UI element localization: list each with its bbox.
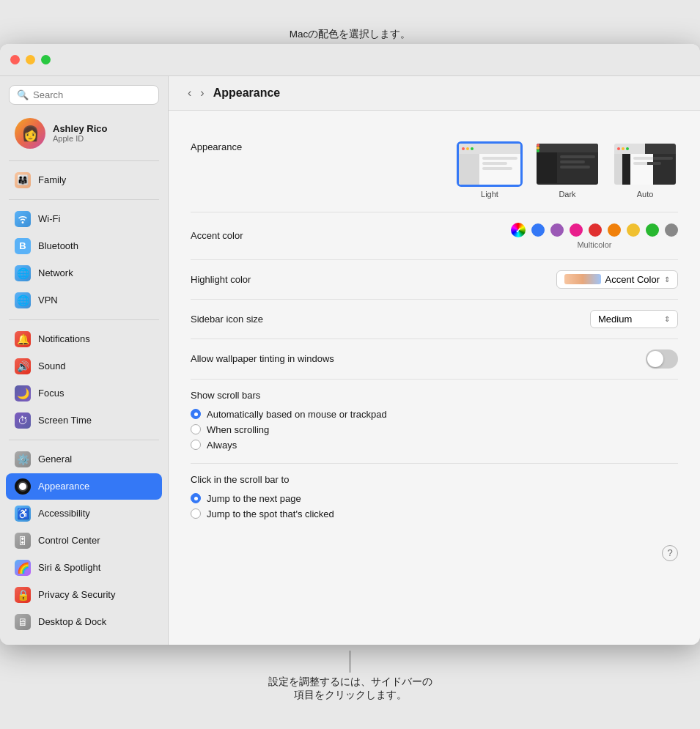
system-preferences-window: 🔍 👩 Ashley Rico Apple ID 👨‍👩‍👧 Family <box>0 44 700 645</box>
search-input[interactable] <box>33 89 151 100</box>
sidebar-label-general: General <box>38 454 72 465</box>
sidebar-item-sound[interactable]: 🔊 Sound <box>6 353 162 380</box>
forward-button[interactable]: › <box>196 85 208 101</box>
content-header: ‹ › Appearance <box>169 76 700 111</box>
sidebar-label-desktop: Desktop & Dock <box>38 616 106 627</box>
scroll-bars-section: Show scroll bars Automatically based on … <box>191 380 678 464</box>
theme-option-light[interactable]: Light <box>457 141 523 199</box>
accent-swatch-green[interactable] <box>646 223 659 237</box>
page-title: Appearance <box>213 86 281 100</box>
sidebar-item-vpn[interactable]: 🌐 VPN <box>6 287 162 314</box>
sidebar-item-notifications[interactable]: 🔔 Notifications <box>6 326 162 352</box>
accent-swatch-blue[interactable] <box>531 223 545 237</box>
sidebar-label-privacy: Privacy & Security <box>38 589 115 600</box>
close-button[interactable] <box>10 55 20 64</box>
theme-label-dark: Dark <box>559 190 575 199</box>
help-button[interactable]: ? <box>662 545 678 561</box>
sidebar-item-bluetooth[interactable]: B Bluetooth <box>6 233 162 259</box>
scroll-always-radio <box>191 440 201 450</box>
click-nextpage-label: Jump to the next page <box>207 493 301 504</box>
maximize-button[interactable] <box>41 55 51 64</box>
appearance-label: Appearance <box>191 141 242 152</box>
click-scroll-title: Click in the scroll bar to <box>191 474 678 485</box>
sidebar-item-privacy[interactable]: 🔒 Privacy & Security <box>6 582 162 608</box>
sidebar-size-dropdown-arrow: ⇕ <box>664 315 670 323</box>
accent-swatch-yellow[interactable] <box>627 223 640 237</box>
focus-icon: 🌙 <box>15 385 31 401</box>
sidebar-item-appearance[interactable]: Appearance <box>6 473 162 500</box>
sidebar-item-family[interactable]: 👨‍👩‍👧 Family <box>6 167 162 193</box>
click-scroll-radio-group: Jump to the next page Jump to the spot t… <box>191 491 678 522</box>
click-spot-radio <box>191 508 201 519</box>
highlight-color-dropdown[interactable]: Accent Color ⇕ <box>556 270 678 289</box>
sidebar-item-wifi[interactable]: Wi-Fi <box>6 206 162 232</box>
sidebar-item-accessibility[interactable]: ♿ Accessibility <box>6 500 162 527</box>
theme-thumbnail-dark <box>534 141 600 187</box>
sidebar-label-screentime: Screen Time <box>38 415 92 426</box>
sidebar-label-family: Family <box>38 174 66 185</box>
toggle-knob <box>647 351 663 367</box>
content-area: ‹ › Appearance Appearance <box>169 76 700 645</box>
click-spot-option[interactable]: Jump to the spot that's clicked <box>191 506 678 522</box>
theme-options: Light <box>457 141 678 199</box>
scroll-auto-option[interactable]: Automatically based on mouse or trackpad <box>191 407 678 422</box>
scroll-scrolling-option[interactable]: When scrolling <box>191 422 678 437</box>
scroll-auto-label: Automatically based on mouse or trackpad <box>207 409 387 420</box>
sidebar-label-bluetooth: Bluetooth <box>38 240 78 251</box>
wallpaper-tinting-toggle[interactable] <box>646 349 678 369</box>
sidebar-item-desktop[interactable]: 🖥 Desktop & Dock <box>6 609 162 635</box>
sidebar-label-siri: Siri & Spotlight <box>38 562 100 573</box>
desktop-icon: 🖥 <box>15 614 31 630</box>
highlight-preview <box>564 274 601 284</box>
user-info: Ashley Rico Apple ID <box>53 123 107 143</box>
wallpaper-tinting-row: Allow wallpaper tinting in windows <box>191 339 678 380</box>
user-profile[interactable]: 👩 Ashley Rico Apple ID <box>6 112 162 155</box>
sidebar-label-wifi: Wi-Fi <box>38 213 60 224</box>
sidebar-icon-size-value: Medium <box>598 314 632 325</box>
click-scroll-section: Click in the scroll bar to Jump to the n… <box>191 464 678 532</box>
accent-swatch-pink[interactable] <box>570 223 583 237</box>
sidebar-item-focus[interactable]: 🌙 Focus <box>6 380 162 407</box>
theme-thumbnail-light <box>457 141 523 187</box>
sidebar-icon-size-dropdown[interactable]: Medium ⇕ <box>590 310 678 328</box>
vpn-icon: 🌐 <box>15 292 31 308</box>
scroll-always-option[interactable]: Always <box>191 437 678 453</box>
highlight-color-row: Highlight color Accent Color ⇕ <box>191 260 678 300</box>
sidebar-item-controlcenter[interactable]: 🎛 Control Center <box>6 528 162 554</box>
back-button[interactable]: ‹ <box>183 85 196 101</box>
sidebar-item-network[interactable]: 🌐 Network <box>6 260 162 286</box>
sidebar-label-network: Network <box>38 267 73 278</box>
sidebar-divider-3 <box>9 319 159 320</box>
wifi-icon <box>15 211 31 227</box>
family-icon: 👨‍👩‍👧 <box>15 172 31 188</box>
user-subtitle: Apple ID <box>53 134 107 143</box>
accent-label-multicolor: Multicolor <box>577 240 611 249</box>
scroll-scrolling-label: When scrolling <box>207 424 269 435</box>
top-annotation: Macの配色を選択します。 <box>290 28 411 41</box>
sidebar-divider-4 <box>9 440 159 440</box>
sidebar-item-general[interactable]: ⚙️ General <box>6 446 162 473</box>
theme-option-auto[interactable]: Auto <box>612 141 678 199</box>
search-box[interactable]: 🔍 <box>9 85 159 105</box>
theme-option-dark[interactable]: Dark <box>534 141 600 199</box>
sidebar-item-siri[interactable]: 🌈 Siri & Spotlight <box>6 555 162 581</box>
screentime-icon: ⏱ <box>15 412 31 429</box>
accent-swatch-orange[interactable] <box>608 223 621 237</box>
sidebar-label-sound: Sound <box>38 360 66 371</box>
sidebar-divider-2 <box>9 199 159 200</box>
accent-swatch-graphite[interactable] <box>665 223 678 237</box>
sidebar-label-accessibility: Accessibility <box>38 508 90 519</box>
sidebar-item-screentime[interactable]: ⏱ Screen Time <box>6 407 162 434</box>
accent-swatch-multicolor[interactable] <box>511 223 526 237</box>
sidebar-label-notifications: Notifications <box>38 333 90 344</box>
siri-icon: 🌈 <box>15 560 31 576</box>
accessibility-icon: ♿ <box>15 506 31 522</box>
click-nextpage-option[interactable]: Jump to the next page <box>191 491 678 506</box>
accent-swatch-red[interactable] <box>589 223 602 237</box>
accent-swatch-purple[interactable] <box>550 223 564 237</box>
minimize-button[interactable] <box>26 55 35 64</box>
sidebar-icon-size-row: Sidebar icon size Medium ⇕ <box>191 300 678 339</box>
titlebar <box>0 44 700 76</box>
sound-icon: 🔊 <box>15 358 31 374</box>
appearance-icon <box>15 478 31 495</box>
